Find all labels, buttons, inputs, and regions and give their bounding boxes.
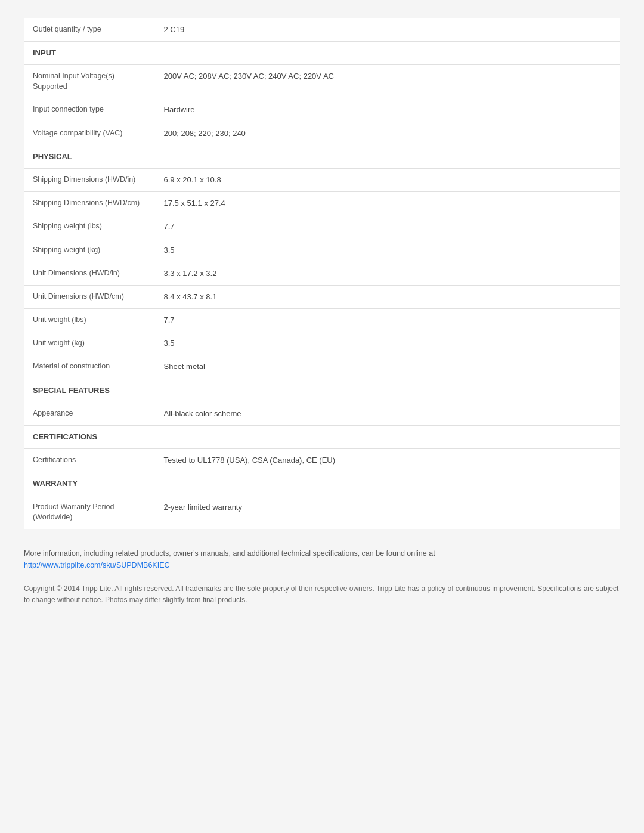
footer-info: More information, including related prod… [24, 547, 620, 571]
spec-label: Shipping weight (lbs) [24, 215, 156, 239]
spec-label: Shipping Dimensions (HWD/in) [24, 168, 156, 191]
spec-value: 200V AC; 208V AC; 230V AC; 240V AC; 220V… [156, 65, 620, 98]
footer-link[interactable]: http://www.tripplite.com/sku/SUPDMB6KIEC [24, 561, 170, 569]
spec-value: Hardwire [156, 98, 620, 122]
spec-value: Sheet metal [156, 355, 620, 379]
section-header-warranty: WARRANTY [24, 472, 620, 496]
section-header-input: INPUT [24, 42, 620, 65]
spec-label: Unit weight (lbs) [24, 309, 156, 332]
spec-value: 3.3 x 17.2 x 3.2 [156, 262, 620, 285]
spec-label: Unit Dimensions (HWD/cm) [24, 285, 156, 308]
footer-text: More information, including related prod… [24, 549, 435, 558]
spec-label: Shipping weight (kg) [24, 239, 156, 262]
spec-value: Tested to UL1778 (USA), CSA (Canada), CE… [156, 449, 620, 472]
spec-value: 17.5 x 51.1 x 27.4 [156, 192, 620, 215]
spec-value: 2-year limited warranty [156, 496, 620, 529]
spec-value: 7.7 [156, 215, 620, 239]
spec-label: Unit Dimensions (HWD/in) [24, 262, 156, 285]
spec-label: Certifications [24, 449, 156, 472]
spec-value: All-black color scheme [156, 402, 620, 425]
spec-value: 2 C19 [156, 18, 620, 42]
spec-label: Appearance [24, 402, 156, 425]
section-header-certifications: CERTIFICATIONS [24, 426, 620, 449]
spec-table: Outlet quantity / type2 C19INPUTNominal … [24, 18, 620, 529]
spec-value: 200; 208; 220; 230; 240 [156, 122, 620, 145]
section-header-physical: PHYSICAL [24, 145, 620, 168]
spec-label: Nominal Input Voltage(s) Supported [24, 65, 156, 98]
spec-label: Input connection type [24, 98, 156, 122]
copyright-text: Copyright © 2014 Tripp Lite. All rights … [24, 583, 620, 606]
section-header-special-features: SPECIAL FEATURES [24, 379, 620, 402]
spec-value: 3.5 [156, 239, 620, 262]
spec-value: 8.4 x 43.7 x 8.1 [156, 285, 620, 308]
spec-label: Outlet quantity / type [24, 18, 156, 42]
spec-label: Voltage compatibility (VAC) [24, 122, 156, 145]
spec-value: 6.9 x 20.1 x 10.8 [156, 168, 620, 191]
spec-label: Shipping Dimensions (HWD/cm) [24, 192, 156, 215]
spec-label: Unit weight (kg) [24, 332, 156, 355]
spec-value: 7.7 [156, 309, 620, 332]
spec-label: Material of construction [24, 355, 156, 379]
spec-value: 3.5 [156, 332, 620, 355]
spec-label: Product Warranty Period (Worldwide) [24, 496, 156, 529]
